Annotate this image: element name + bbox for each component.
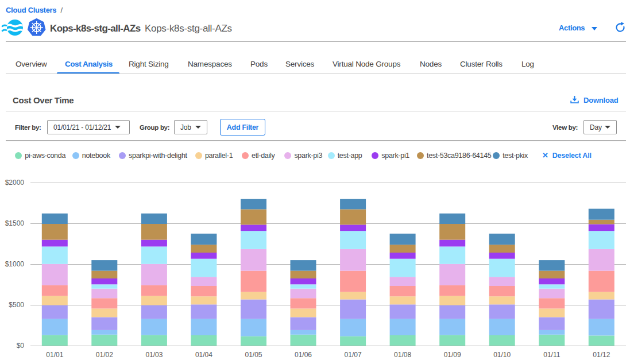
svg-text:$2000: $2000	[5, 179, 25, 187]
svg-text:01/02: 01/02	[96, 351, 113, 359]
svg-text:01/03: 01/03	[145, 351, 163, 359]
svg-text:01/04: 01/04	[195, 351, 212, 359]
svg-text:01/12: 01/12	[593, 351, 610, 359]
svg-text:$500: $500	[9, 301, 24, 309]
svg-text:01/11: 01/11	[543, 351, 560, 359]
svg-text:$0: $0	[17, 342, 25, 350]
svg-text:01/10: 01/10	[493, 351, 511, 359]
svg-text:01/06: 01/06	[295, 351, 312, 359]
svg-text:01/07: 01/07	[345, 351, 362, 359]
svg-text:01/05: 01/05	[245, 351, 262, 359]
svg-text:01/01: 01/01	[46, 351, 63, 359]
svg-text:01/08: 01/08	[394, 351, 411, 359]
svg-text:$1000: $1000	[5, 260, 25, 268]
svg-text:$1500: $1500	[5, 219, 25, 227]
svg-text:01/09: 01/09	[444, 351, 461, 359]
